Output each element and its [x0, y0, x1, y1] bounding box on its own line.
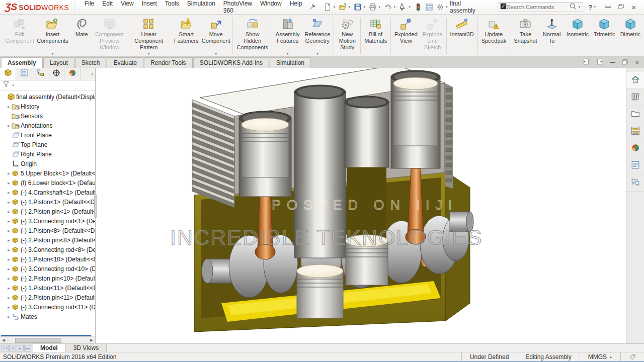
expand-arrow-icon[interactable]: ▸ [6, 228, 12, 233]
expand-arrow-icon[interactable]: ▸ [6, 238, 12, 243]
task-pane-forum-button[interactable] [626, 174, 644, 192]
search-input[interactable] [507, 4, 569, 10]
expand-arrow-icon[interactable]: ▸ [6, 200, 12, 205]
search-commands-box[interactable]: ▼ [498, 2, 583, 12]
open-document-icon[interactable]: ▼ [337, 3, 352, 12]
dropdown-caret-icon[interactable]: ▼ [316, 51, 319, 56]
tree-horizontal-scrollbar[interactable]: ◀ ▶ [0, 336, 95, 343]
tab-simulation[interactable]: Simulation [270, 57, 311, 68]
minimize-button[interactable] [605, 7, 611, 8]
task-pane-appearances-button[interactable] [626, 140, 644, 157]
ribbon-button-mate[interactable]: Mate [69, 16, 94, 56]
tree-item-2-piston-pin-8-default[interactable]: ▸(-) 2.Piston pin<8> (Default<< [0, 235, 95, 245]
menu-item-photoview-360[interactable]: PhotoView 360 [219, 0, 256, 16]
ribbon-button-trimetric[interactable]: Trimetric [591, 16, 617, 56]
menu-item-view[interactable]: View [117, 0, 138, 16]
panel-tab-dim-xpert[interactable] [48, 68, 64, 80]
search-icon[interactable] [569, 3, 577, 12]
task-pane-file-explorer-button[interactable] [626, 106, 644, 123]
dropdown-caret-icon[interactable]: ▼ [348, 6, 351, 9]
new-document-icon[interactable]: ▼ [322, 3, 337, 12]
ribbon-button-update-speedpak[interactable]: Update Speedpak [479, 16, 509, 56]
tree-item-2-piston-pin-11-default[interactable]: ▸(-) 2.Piston pin<11> (Default< [0, 293, 95, 302]
ribbon-button-bill-of-materials[interactable]: Bill of Materials [362, 16, 389, 56]
tree-item-right-plane[interactable]: Right Plane [0, 149, 95, 159]
tree-item-f-6-lower-block-1-default[interactable]: ▸(f) 6.Lower block<1> (Default< [0, 178, 95, 188]
tab-evaluate[interactable]: Evaluate [107, 57, 143, 68]
expand-arrow-icon[interactable]: ▸ [6, 305, 12, 310]
panel-tab-feature-tree[interactable] [0, 68, 16, 80]
feature-tree-filter[interactable]: ▼ [0, 80, 95, 91]
expand-arrow-icon[interactable]: ▸ [6, 209, 12, 214]
tab-3d-views[interactable]: 3D Views [66, 344, 107, 352]
task-pane-custom-properties-button[interactable] [626, 157, 644, 174]
dropdown-caret-icon[interactable]: ▼ [408, 6, 411, 9]
scroll-right-arrow[interactable]: ▶ [88, 338, 95, 342]
restore-button[interactable] [618, 3, 624, 12]
tree-item-3-connecting-rod-11-def[interactable]: ▸(-) 3.Connecting rod<11> (Def [0, 302, 95, 312]
tree-item-3-connecting-rod-10-def[interactable]: ▸(-) 3.Connecting rod<10> (Def [0, 264, 95, 274]
expand-arrow-icon[interactable]: ▸ [6, 286, 12, 291]
ribbon-button-insert-components[interactable]: Insert Components▼ [36, 16, 70, 56]
pin-icon[interactable] [309, 4, 316, 11]
ribbon-button-instant3d[interactable]: Instant3D [448, 16, 476, 56]
tree-item-top-plane[interactable]: Top Plane [0, 140, 95, 149]
tab-model[interactable]: Model [33, 344, 66, 352]
menu-item-simulation[interactable]: Simulation [183, 0, 219, 16]
document-close-button[interactable]: × [635, 59, 639, 66]
expand-arrow-icon[interactable]: ▸ [6, 171, 12, 176]
expand-arrow-icon[interactable]: ▸ [6, 295, 12, 300]
panel-tabs-overflow-chevron-icon[interactable]: › [80, 68, 95, 80]
ribbon-button-isometric[interactable]: Isometric [564, 16, 592, 56]
panel-tab-property-list[interactable] [16, 68, 32, 80]
expand-arrow-icon[interactable]: ▸ [6, 266, 12, 272]
ribbon-button-smart-fasteners[interactable]: Smart Fasteners [173, 16, 200, 56]
tree-item-origin[interactable]: Origin [0, 159, 95, 168]
dropdown-caret-icon[interactable]: ▼ [363, 6, 366, 9]
close-button[interactable]: × [631, 4, 636, 11]
panel-tab-display-manager[interactable] [64, 68, 80, 80]
help-button[interactable]: ? ▼ [588, 4, 596, 11]
graphics-viewport[interactable]: POSTED ON IIJI INCREDIBLE TEKNOLOGIES [96, 68, 626, 343]
task-pane-design-library-button[interactable] [626, 89, 644, 106]
options-list-icon[interactable] [424, 3, 435, 12]
menu-item-window[interactable]: Window [256, 0, 286, 16]
dropdown-caret-icon[interactable]: ▼ [286, 51, 289, 56]
expand-arrow-icon[interactable]: ▸ [6, 314, 12, 319]
expand-arrow-icon[interactable]: ▸ [6, 123, 12, 128]
last-sheet-button[interactable]: ▶▶ [24, 345, 31, 351]
save-icon[interactable]: ▼ [352, 3, 367, 12]
settings-gear-icon[interactable]: ▼ [435, 3, 450, 12]
tree-item-3-connecting-rod-1-defa[interactable]: ▸(-) 3.Connecting rod<1> (Defa [0, 216, 95, 226]
dropdown-caret-icon[interactable]: ▼ [333, 6, 336, 9]
menu-item-tools[interactable]: Tools [161, 0, 183, 16]
panel-tab-configurations[interactable] [32, 68, 48, 80]
ribbon-button-normal-to[interactable]: Normal To [540, 16, 564, 56]
tree-item-2-piston-pin-10-default[interactable]: ▸(-) 2.Piston pin<10> (Default< [0, 274, 95, 283]
ribbon-button-linear-component-pattern[interactable]: Linear Component Pattern▼ [125, 16, 173, 56]
scroll-left-arrow[interactable]: ◀ [0, 338, 7, 342]
ribbon-button-new-motion-study[interactable]: New Motion Study [335, 16, 359, 56]
tree-item-history[interactable]: ▸History [0, 102, 95, 111]
menu-item-file[interactable]: File [80, 0, 98, 16]
tree-item-3-connecting-rod-8-defa[interactable]: ▸(-) 3.Connecting rod<8> (Defa [0, 245, 95, 254]
expand-arrow-icon[interactable]: ▸ [6, 104, 12, 109]
expand-arrow-icon[interactable]: ▸ [6, 219, 12, 224]
tree-item-front-plane[interactable]: Front Plane [0, 130, 95, 140]
tab-assembly[interactable]: Assembly [1, 57, 43, 68]
dropdown-caret-icon[interactable]: ▼ [393, 6, 396, 9]
task-pane-view-palette-button[interactable] [626, 123, 644, 140]
menu-item-edit[interactable]: Edit [98, 0, 117, 16]
expand-arrow-icon[interactable]: ▸ [6, 257, 12, 262]
first-sheet-button[interactable]: ◄◄ [2, 345, 9, 351]
previous-document-icon[interactable] [583, 58, 590, 67]
tree-item-final-assembly-default-display-st[interactable]: final assembly (Default<Display St [0, 92, 95, 102]
tab-render-tools[interactable]: Render Tools [144, 57, 193, 68]
ribbon-button-move-component[interactable]: Move Component▼ [200, 16, 232, 56]
menu-item-insert[interactable]: Insert [138, 0, 161, 16]
select-cursor-icon[interactable]: ▼ [397, 3, 413, 12]
tab-layout[interactable]: Layout [43, 57, 74, 68]
ribbon-button-exploded-view[interactable]: Exploded View [392, 16, 420, 56]
units-selector[interactable]: MMGS ▲ [580, 352, 620, 361]
next-document-icon[interactable] [596, 58, 603, 67]
